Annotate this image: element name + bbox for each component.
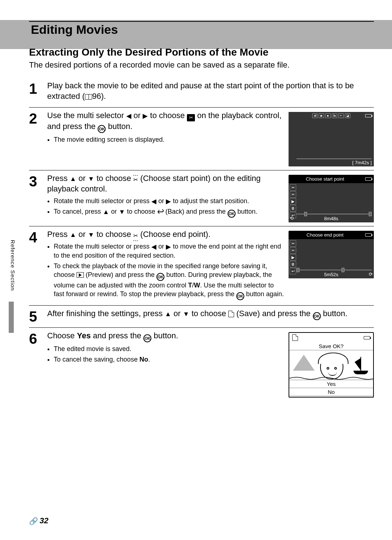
page-title: Editing Movies — [31, 23, 118, 37]
battery-icon — [365, 177, 372, 181]
section-subtitle: Extracting Only the Desired Portions of … — [29, 47, 374, 58]
timeline — [297, 158, 372, 159]
start-icon: ✂ — [290, 240, 296, 247]
cut-icon: ✂ — [338, 113, 344, 118]
battery-icon — [364, 336, 370, 339]
dialog-illustration — [289, 350, 373, 380]
up-arrow-icon: ▲ — [103, 207, 109, 216]
step-number: 4 — [29, 229, 42, 302]
text: ). — [101, 92, 106, 101]
bullet: The movie editing screen is displayed. — [54, 135, 285, 144]
battery-icon — [365, 114, 372, 117]
save-icon: 🗎 — [290, 261, 296, 267]
screenshot-start-point: Choose start point ✂ ✂ ▶ 🗎 ↩ — [289, 175, 374, 222]
step-main: Choose Yes and press the OK button. — [47, 331, 285, 342]
save-icon — [228, 311, 234, 317]
step-bullets: The edited movie is saved. To cancel the… — [54, 344, 285, 364]
preview-icon — [77, 272, 84, 278]
timestamp: 5m52s — [289, 272, 374, 277]
up-arrow-icon: ▲ — [70, 231, 76, 239]
step-bullets: Rotate the multi selector or press ◀ or … — [54, 197, 285, 218]
left-arrow-icon: ◀ — [151, 242, 156, 251]
step-main: After finishing the settings, press ▲ or… — [47, 309, 374, 320]
step: 4 Press ▲ or ▼ to choose ✂ (Choose end p… — [29, 226, 374, 306]
step-number: 3 — [29, 173, 42, 222]
down-arrow-icon: ▼ — [88, 175, 94, 183]
save-frame-icon: ◪ — [345, 113, 350, 118]
left-arrow-icon: ◀ — [151, 197, 156, 206]
stop-icon: ■ — [325, 113, 331, 118]
step-main: Press ▲ or ▼ to choose ✂ (Choose end poi… — [47, 229, 285, 240]
page-number: 32 — [40, 516, 48, 525]
screenshot-playback: ◂Ⅱ ▶ ■ Ⅱ▸ ✂ ◪ [ 7m42s ] — [289, 112, 374, 166]
manual-ref-icon — [85, 94, 92, 100]
timestamp: 8m48s — [289, 216, 374, 221]
timeline — [297, 270, 372, 270]
step-number: 5 — [29, 309, 42, 324]
text: and press the — [91, 331, 144, 340]
preview-icon: ▶ — [290, 254, 296, 261]
step: 1 Play back the movie to be edited and p… — [29, 78, 374, 108]
save-icon: 🗎 — [290, 205, 296, 211]
screenshot-end-point: Choose end point ✂ ✂ ▶ 🗎 ↩ — [289, 231, 374, 302]
step-main: Play back the movie to be edited and pau… — [47, 81, 374, 101]
up-arrow-icon: ▲ — [165, 310, 171, 318]
right-arrow-icon: ▶ — [166, 242, 171, 251]
edit-side-icons: ✂ ✂ ▶ 🗎 ↩ — [290, 184, 296, 218]
side-tab-label: Reference Section — [10, 240, 16, 291]
battery-icon — [365, 233, 372, 237]
save-icon — [292, 334, 298, 341]
preview-icon: ▶ — [290, 198, 296, 205]
ok-button-icon: OK — [156, 273, 164, 281]
right-arrow-icon: ▶ — [166, 197, 171, 206]
side-marker — [9, 302, 14, 333]
ok-button-icon: OK — [98, 125, 106, 133]
step-bullets: The movie editing screen is displayed. — [54, 135, 285, 144]
page-footer: 🔗32 — [29, 516, 48, 525]
playback-icons: ◂Ⅱ ▶ ■ Ⅱ▸ ✂ ◪ — [289, 113, 374, 118]
bullet: Rotate the multi selector or press ◀ or … — [54, 242, 285, 260]
ref-number: 96 — [92, 92, 101, 101]
text: button. — [151, 331, 178, 340]
text: Choose — [47, 331, 77, 340]
step-number: 2 — [29, 110, 42, 166]
end-icon: ✂ — [290, 247, 296, 254]
down-arrow-icon: ▼ — [183, 310, 189, 318]
end-icon: ✂ — [290, 191, 296, 198]
ok-button-icon: OK — [236, 292, 244, 300]
step-main: Press ▲ or ▼ to choose ✂ (Choose start p… — [47, 173, 285, 194]
bullet: The edited movie is saved. — [54, 344, 285, 353]
steps-list: 1 Play back the movie to be edited and p… — [29, 78, 374, 401]
ff-icon: Ⅱ▸ — [332, 113, 337, 118]
down-arrow-icon: ▼ — [88, 231, 94, 239]
timeline — [297, 214, 372, 214]
choose-start-icon: ✂ — [133, 176, 138, 184]
down-arrow-icon: ▼ — [119, 207, 125, 216]
start-icon: ✂ — [290, 184, 296, 191]
reference-link-icon: 🔗 — [29, 517, 38, 525]
bullet: Rotate the multi selector or press ◀ or … — [54, 197, 285, 206]
step: 5 After finishing the settings, press ▲ … — [29, 306, 374, 328]
bullet: To cancel the saving, choose No. — [54, 355, 285, 364]
header-divider — [29, 21, 374, 22]
mini-title: Choose end point — [289, 232, 363, 238]
scissor-icon: ✂ — [187, 114, 195, 121]
ok-button-icon: OK — [228, 210, 236, 218]
content-area: Extracting Only the Desired Portions of … — [29, 47, 374, 401]
step: 3 Press ▲ or ▼ to choose ✂ (Choose start… — [29, 170, 374, 226]
intro-text: The desired portions of a recorded movie… — [29, 60, 374, 70]
dialog-title: Save OK? — [289, 342, 373, 350]
step: 2 Use the multi selector ◀ or ▶ to choos… — [29, 108, 374, 170]
mini-title: Choose start point — [289, 176, 363, 182]
back-icon — [157, 208, 164, 213]
dialog-option-no[interactable]: No — [289, 388, 373, 396]
screenshot-save-dialog: Save OK? Yes No — [289, 332, 374, 398]
up-arrow-icon: ▲ — [70, 175, 76, 183]
dialog-option-yes[interactable]: Yes — [289, 380, 373, 388]
ok-button-icon: OK — [313, 312, 321, 320]
step-main: Use the multi selector ◀ or ▶ to choose … — [47, 110, 285, 133]
bullet: To check the playback of the movie in th… — [54, 262, 285, 301]
edit-side-icons: ✂ ✂ ▶ 🗎 ↩ — [290, 240, 296, 274]
step-number: 1 — [29, 81, 42, 104]
timestamp: [ 7m42s ] — [352, 160, 372, 165]
